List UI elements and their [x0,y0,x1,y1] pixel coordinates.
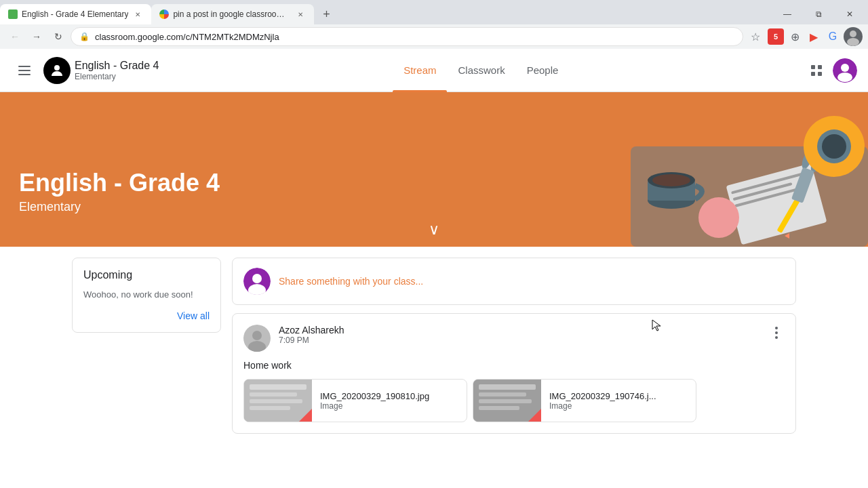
tab-title-1: English - Grade 4 Elementary [22,9,128,19]
apps-button[interactable] [803,57,830,84]
nav-item-people[interactable]: People [516,49,570,92]
post-time: 7:09 PM [279,336,760,345]
svg-rect-38 [250,406,290,410]
view-all-link[interactable]: View all [83,310,210,321]
attachment-thumb-1 [244,379,312,422]
ext-icon-3[interactable]: ▶ [806,28,822,45]
ext-icon-2[interactable]: ⊕ [787,28,803,45]
tab-close-2[interactable]: ✕ [295,9,306,20]
new-tab-button[interactable]: + [317,5,336,24]
left-panel: Upcoming Woohoo, no work due soon! View … [72,258,221,434]
bookmark-button[interactable]: ☆ [746,27,765,46]
banner-subtitle: Elementary [19,200,220,214]
attachment-filename-2: IMG_20200329_190746.j... [549,391,688,401]
banner-chevron[interactable]: ∨ [429,221,439,239]
maximize-button[interactable]: ⧉ [803,4,834,24]
post-content: Home work [243,360,785,371]
svg-rect-42 [479,392,526,396]
post-header: Azoz Alsharekh 7:09 PM [243,325,785,352]
svg-rect-44 [479,406,519,410]
attachment-filename-1: IMG_20200329_190810.jpg [320,391,458,401]
attachment-type-2: Image [549,401,688,411]
right-panel: Share something with your class... [232,258,796,434]
address-text: classroom.google.com/c/NTM2MTk2MDMzNjla [95,32,734,42]
svg-point-8 [841,64,849,72]
nav-item-classwork[interactable]: Classwork [447,49,515,92]
upcoming-title: Upcoming [83,269,210,281]
banner-text: English - Grade 4 Elementary [19,168,220,214]
svg-rect-43 [479,399,532,403]
class-subtitle: Elementary [75,72,159,81]
svg-rect-37 [250,399,302,403]
svg-point-9 [837,73,852,82]
back-button[interactable]: ← [5,27,24,46]
browser-profile[interactable] [844,27,863,46]
browser-actions: ☆ 5 ⊕ ▶ G [746,27,863,46]
user-avatar[interactable] [833,58,857,83]
ext-icon-1[interactable]: 5 [768,28,784,45]
hamburger-icon [18,66,31,75]
close-button[interactable]: ✕ [834,4,865,24]
address-bar[interactable]: 🔒 classroom.google.com/c/NTM2MTk2MDMzNjl… [71,27,743,46]
share-box[interactable]: Share something with your class... [232,258,796,305]
svg-point-1 [847,38,859,46]
class-banner: English - Grade 4 Elementary [0,92,868,247]
attachment-info-2: IMG_20200329_190746.j... Image [541,386,696,416]
attachments: IMG_20200329_190810.jpg Image [243,379,785,422]
main-content: English - Grade 4 Elementary [0,92,868,488]
logo-text: English - Grade 4 Elementary [75,59,159,81]
minimize-button[interactable]: — [772,4,803,24]
svg-point-29 [252,274,262,283]
post-card: Azoz Alsharekh 7:09 PM [232,313,796,434]
forward-button[interactable]: → [27,27,46,46]
share-avatar [243,268,271,295]
content-area: English - Grade 4 Elementary [0,92,868,488]
tab-1[interactable]: English - Grade 4 Elementary ✕ [0,4,151,24]
tab-close-1[interactable]: ✕ [132,9,143,20]
menu-button[interactable] [11,57,38,84]
stream-layout: Upcoming Woohoo, no work due soon! View … [61,247,807,434]
tab-title-2: pin a post in google classroom s... [173,9,291,19]
header-logo[interactable]: English - Grade 4 Elementary [43,57,159,84]
tab-favicon-2 [159,9,169,19]
reload-button[interactable]: ↻ [49,27,68,46]
post-avatar [243,325,271,352]
attachment-1[interactable]: IMG_20200329_190810.jpg Image [243,379,467,422]
svg-point-0 [850,30,856,37]
header-nav: Stream Classwork People [159,49,803,92]
header-nav-wrapper: Stream Classwork People [159,49,803,92]
svg-rect-3 [811,65,815,69]
vertical-dots-icon [775,327,778,339]
upcoming-card: Upcoming Woohoo, no work due soon! View … [72,258,221,333]
attachment-2[interactable]: IMG_20200329_190746.j... Image [473,379,696,422]
logo-icon [43,57,71,84]
tab-2[interactable]: pin a post in google classroom s... ✕ [151,4,314,24]
svg-point-18 [652,174,690,186]
share-placeholder: Share something with your class... [279,276,785,287]
attachment-type-1: Image [320,401,458,411]
app-header: English - Grade 4 Elementary Stream Clas… [0,49,868,92]
svg-rect-35 [250,384,307,390]
lock-icon: 🔒 [79,32,90,41]
attachment-thumb-2 [473,379,541,422]
app-container: English - Grade 4 Elementary Stream Clas… [0,49,868,488]
header-right [803,57,857,84]
svg-point-32 [252,331,262,340]
post-menu-button[interactable] [768,325,785,341]
banner-illustration [597,92,868,247]
svg-point-21 [698,197,739,238]
browser-chrome: English - Grade 4 Elementary ✕ pin a pos… [0,0,868,49]
post-author: Azoz Alsharekh [279,325,760,336]
svg-rect-36 [250,392,297,396]
svg-rect-41 [479,384,536,390]
nav-item-stream[interactable]: Stream [393,49,447,92]
ext-icon-4[interactable]: G [825,28,841,45]
svg-rect-5 [811,72,815,76]
svg-rect-4 [818,65,822,69]
class-title: English - Grade 4 [75,59,159,72]
banner-title: English - Grade 4 [19,168,220,197]
post-meta: Azoz Alsharekh 7:09 PM [279,325,760,345]
svg-point-2 [54,65,60,70]
upcoming-empty-text: Woohoo, no work due soon! [83,289,210,300]
tab-bar: English - Grade 4 Elementary ✕ pin a pos… [0,0,868,24]
